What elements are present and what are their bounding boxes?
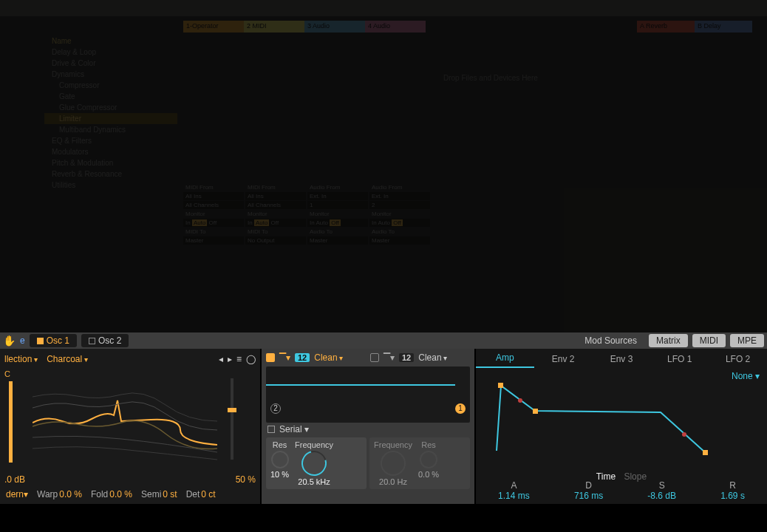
filter2-slope[interactable]: 12 [399,353,414,362]
browser-panel: Name Delay & Loop Drive & Color Dynamics… [44,35,177,191]
dimmed-session-background: Name Delay & Loop Drive & Color Dynamics… [0,0,767,332]
level-bar[interactable] [9,381,13,463]
env-handle-release[interactable] [703,450,708,455]
prev-icon[interactable]: ◂ [219,354,223,364]
warp-value[interactable]: 0.0 % [59,489,82,499]
browser-item[interactable]: Dynamics [44,69,177,80]
gain-value[interactable]: .0 dB [4,474,25,485]
f2-freq-knob[interactable] [381,451,406,476]
circle-icon[interactable]: ◯ [246,354,256,364]
bus-header[interactable]: A Reverb [637,21,695,33]
hand-icon[interactable]: ✋ [3,335,16,347]
preset-dropdown[interactable]: Charcoal [47,354,88,364]
list-icon[interactable]: ≡ [236,354,242,364]
fold-value[interactable]: 0.0 % [109,489,132,499]
fold-label: Fold [91,489,108,499]
spectral-display[interactable] [33,378,217,467]
env-handle-peak[interactable] [498,383,503,388]
env-tab-amp[interactable]: Amp [476,349,534,368]
io-value[interactable]: No Output [245,236,306,245]
f2-res-value[interactable]: 0.0 % [418,470,439,479]
monitor-buttons[interactable]: In Auto Off [245,219,306,227]
browser-item[interactable]: Reverb & Resonance [44,168,177,180]
tab-mpe[interactable]: MPE [730,334,764,347]
io-value[interactable]: All Ins [183,192,244,200]
browser-item[interactable]: Multiband Dynamics [44,124,177,135]
filter1-type[interactable]: Clean [314,352,342,363]
browser-item-selected[interactable]: Limiter [44,113,177,124]
tab-osc2[interactable]: Osc 2 [81,334,129,347]
tab-osc1[interactable]: Osc 1 [30,334,77,347]
monitor-buttons[interactable]: In Auto Off [183,219,244,227]
env-tab-env3[interactable]: Env 3 [593,350,651,368]
browser-item[interactable]: Glue Compressor [44,102,177,113]
filter2-handle[interactable]: 2 [270,403,281,414]
track-header[interactable]: 2 MIDI [244,21,304,33]
monitor-buttons[interactable]: In Auto Off [369,219,430,227]
browser-item[interactable]: Gate [44,91,177,102]
semi-value[interactable]: 0 st [163,489,177,499]
env-handle-decay[interactable] [533,409,538,414]
env-tab-env2[interactable]: Env 2 [534,350,593,368]
filter1-shape-icon[interactable]: ▔▾ [279,352,290,363]
track-header[interactable]: 1-Operator [183,21,244,33]
collection-dropdown[interactable]: llection [4,354,38,364]
filter1-handle[interactable]: 1 [455,403,466,414]
f1-res-value[interactable]: 10 % [270,470,289,479]
next-icon[interactable]: ▸ [228,354,232,364]
f1-freq-knob[interactable] [297,446,331,480]
browser-item[interactable]: Drive & Color [44,58,177,69]
io-value[interactable]: 2 [369,201,430,209]
f2-freq-value[interactable]: 20.0 Hz [379,477,407,486]
adsr-r-value[interactable]: 1.69 s [720,491,745,501]
env-tab-lfo1[interactable]: LFO 1 [650,350,709,368]
filter2-shape-icon[interactable]: ▔▾ [384,352,395,363]
envelope-display[interactable] [483,377,757,458]
detune-value[interactable]: 0 ct [201,489,215,499]
browser-item[interactable]: Modulators [44,146,177,157]
filter1-slope[interactable]: 12 [295,353,310,362]
tab-mod-sources[interactable]: Mod Sources [577,334,644,347]
bus-header[interactable]: B Delay [695,21,752,33]
wt-pct-value[interactable]: 50 % [236,474,256,485]
io-value[interactable]: 1 [307,201,368,209]
io-value[interactable]: Ext. In [307,192,368,200]
env-tab-lfo2[interactable]: LFO 2 [709,350,767,368]
bus-headers: A Reverb B Delay [637,21,752,33]
browser-item[interactable]: Utilities [44,180,177,191]
filter1-knobs: Res 10 % Frequency 20.5 kHz [266,437,367,489]
io-value[interactable]: All Ins [245,192,306,200]
io-value[interactable]: Master [369,236,430,245]
adsr-d-value[interactable]: 716 ms [574,491,603,501]
browser-item[interactable]: Delay & Loop [44,47,177,58]
browser-item[interactable]: Compressor [44,80,177,91]
adsr-s-value[interactable]: -8.6 dB [647,491,676,501]
routing-icon[interactable] [267,426,275,433]
filter2-type[interactable]: Clean [418,352,446,363]
f1-freq-value[interactable]: 20.5 kHz [298,477,330,486]
tab-matrix[interactable]: Matrix [649,334,688,347]
f1-res-knob[interactable] [271,451,289,468]
io-value[interactable]: Master [183,236,244,245]
filter2-enable[interactable] [370,353,379,362]
monitor-buttons[interactable]: In Auto Off [307,219,368,227]
env-slope-handle[interactable] [682,432,686,437]
adsr-a-value[interactable]: 1.14 ms [498,491,530,501]
routing-dropdown[interactable]: Serial [279,424,309,434]
track-header[interactable]: 3 Audio [304,21,365,33]
io-value[interactable]: All Channels [183,201,244,209]
browser-item[interactable]: Pitch & Modulation [44,157,177,168]
io-value[interactable]: Ext. In [369,192,430,200]
env-slope-handle[interactable] [518,398,522,403]
wavetable-position-slider[interactable] [231,378,233,460]
browser-item[interactable]: EQ & Filters [44,135,177,146]
io-value[interactable]: Master [307,236,368,245]
track-header[interactable]: 4 Audio [365,21,426,33]
filter1-enable[interactable] [266,353,275,362]
mode-value[interactable]: dern [6,489,24,499]
filter-curve[interactable]: 2 1 [266,366,470,423]
mixer-col: MIDI From All Ins All Channels Monitor I… [245,183,306,245]
io-value[interactable]: All Channels [245,201,306,209]
tab-midi[interactable]: MIDI [692,334,726,347]
f2-res-knob[interactable] [420,451,437,468]
